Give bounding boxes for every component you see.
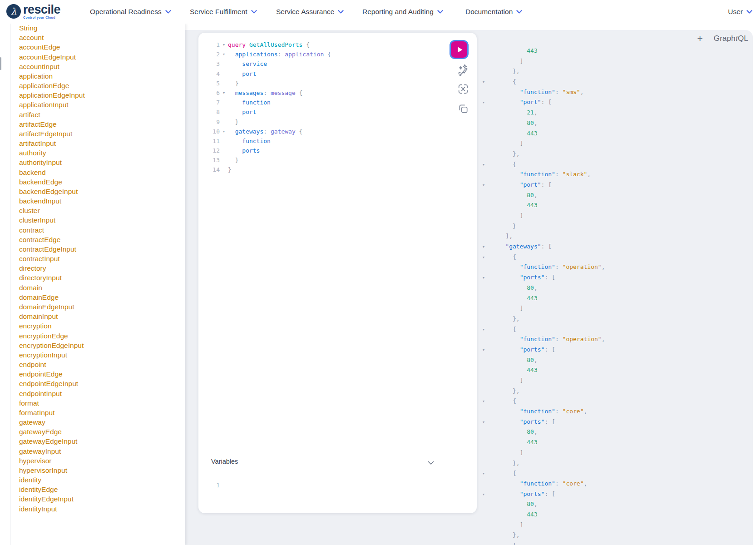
fold-toggle-icon[interactable]: ▾: [483, 345, 484, 356]
variables-line[interactable]: 1: [198, 481, 228, 490]
type-item[interactable]: endpointEdge: [19, 369, 85, 379]
copy-query-button[interactable]: [457, 103, 469, 114]
type-item[interactable]: encryptionEdgeInput: [19, 341, 85, 350]
query-line[interactable]: 2▾ applications: application {: [198, 50, 331, 59]
fold-toggle-icon[interactable]: ▾: [220, 88, 228, 98]
type-item[interactable]: clusterInput: [19, 215, 85, 225]
execute-query-button[interactable]: [450, 40, 469, 59]
nav-item-service-assurance[interactable]: Service Assurance: [276, 0, 344, 24]
fold-toggle-icon[interactable]: ▾: [483, 325, 484, 335]
fold-toggle-icon[interactable]: ▾: [483, 490, 484, 500]
type-item[interactable]: account: [19, 33, 85, 42]
prettify-query-button[interactable]: [455, 63, 469, 77]
type-item[interactable]: contractEdgeInput: [19, 244, 85, 254]
type-item[interactable]: format: [19, 398, 85, 408]
type-item[interactable]: backendEdgeInput: [19, 187, 85, 196]
type-item[interactable]: authorityInput: [19, 158, 85, 167]
type-item[interactable]: artifactEdgeInput: [19, 129, 85, 139]
type-item[interactable]: directory: [19, 263, 85, 273]
fold-toggle-icon[interactable]: ▾: [220, 50, 228, 59]
query-line[interactable]: 1▾query GetAllUsedPorts {: [198, 40, 331, 50]
type-item[interactable]: formatInput: [19, 408, 85, 417]
brand-logo[interactable]: λ rescile Control your Cloud: [6, 3, 60, 19]
type-item[interactable]: encryptionInput: [19, 350, 85, 360]
query-line[interactable]: 10▾ gateways: gateway {: [198, 127, 331, 136]
type-item[interactable]: domainEdge: [19, 292, 85, 302]
fold-toggle-icon[interactable]: ▾: [483, 469, 484, 479]
type-item[interactable]: encryption: [19, 321, 85, 331]
type-item[interactable]: gateway: [19, 417, 85, 427]
type-item[interactable]: accountEdge: [19, 42, 85, 52]
type-item[interactable]: domain: [19, 283, 85, 292]
type-item[interactable]: identityInput: [19, 504, 85, 514]
fold-toggle-icon[interactable]: ▾: [483, 160, 484, 170]
nav-item-user[interactable]: User: [728, 0, 752, 24]
type-item[interactable]: domainInput: [19, 312, 85, 321]
query-line[interactable]: 8 port: [198, 107, 331, 117]
query-line[interactable]: 5 }: [198, 79, 331, 88]
fold-toggle-icon[interactable]: ▾: [483, 417, 484, 428]
type-item[interactable]: hypervisorInput: [19, 466, 85, 475]
query-line[interactable]: 13 }: [198, 155, 331, 165]
type-item[interactable]: directoryInput: [19, 273, 85, 282]
type-item[interactable]: String: [19, 23, 85, 33]
type-item[interactable]: applicationEdgeInput: [19, 90, 85, 100]
type-item[interactable]: backendInput: [19, 196, 85, 206]
query-editor[interactable]: 1▾query GetAllUsedPorts {2▾ applications…: [198, 40, 331, 175]
type-item[interactable]: contract: [19, 225, 85, 235]
nav-item-reporting-and-auditing[interactable]: Reporting and Auditing: [362, 0, 443, 24]
type-item[interactable]: artifactEdge: [19, 119, 85, 129]
nav-item-operational-readiness[interactable]: Operational Readiness: [90, 0, 171, 24]
type-item[interactable]: endpoint: [19, 360, 85, 369]
fold-toggle-icon[interactable]: ▾: [483, 396, 484, 407]
type-item[interactable]: gatewayEdgeInput: [19, 436, 85, 446]
type-item[interactable]: backendEdge: [19, 177, 85, 187]
add-tab-button[interactable]: +: [697, 34, 702, 44]
fold-toggle-icon[interactable]: ▾: [483, 253, 484, 263]
merge-fragments-button[interactable]: [457, 83, 469, 95]
query-line[interactable]: 9 }: [198, 117, 331, 127]
nav-item-documentation[interactable]: Documentation: [465, 0, 522, 24]
variables-editor[interactable]: 1: [198, 481, 228, 490]
type-item[interactable]: gatewayInput: [19, 446, 85, 456]
type-item[interactable]: endpointInput: [19, 389, 85, 398]
type-item[interactable]: identity: [19, 475, 85, 485]
type-item[interactable]: backend: [19, 168, 85, 177]
query-line[interactable]: 4 port: [198, 69, 331, 79]
fold-toggle-icon[interactable]: ▾: [220, 40, 228, 50]
response-pane[interactable]: 443 ] },▾ { "function": "sms",▾ "port": …: [491, 46, 605, 545]
type-item[interactable]: applicationEdge: [19, 81, 85, 90]
type-item[interactable]: encryptionEdge: [19, 331, 85, 341]
sidebar-scrollbar[interactable]: [0, 57, 1, 70]
type-item[interactable]: accountInput: [19, 62, 85, 71]
type-item[interactable]: endpointEdgeInput: [19, 379, 85, 388]
type-item[interactable]: contractInput: [19, 254, 85, 263]
fold-toggle-icon[interactable]: ▾: [483, 273, 484, 283]
fold-toggle-icon[interactable]: ▾: [483, 77, 484, 88]
type-item[interactable]: accountEdgeInput: [19, 52, 85, 62]
type-item[interactable]: domainEdgeInput: [19, 302, 85, 312]
fold-toggle-icon[interactable]: ▾: [483, 180, 484, 191]
nav-item-service-fulfillment[interactable]: Service Fulfillment: [190, 0, 257, 24]
query-line[interactable]: 11 function: [198, 136, 331, 146]
type-item[interactable]: cluster: [19, 206, 85, 215]
fold-toggle-icon[interactable]: ▾: [220, 127, 228, 136]
fold-toggle-icon[interactable]: ▾: [483, 242, 484, 253]
query-line[interactable]: 14}: [198, 165, 331, 174]
type-item[interactable]: artifact: [19, 110, 85, 119]
type-item[interactable]: artifactInput: [19, 139, 85, 148]
type-item[interactable]: applicationInput: [19, 100, 85, 109]
type-item[interactable]: contractEdge: [19, 235, 85, 244]
query-line[interactable]: 6▾ messages: message {: [198, 88, 331, 98]
fold-toggle-icon[interactable]: ▾: [483, 98, 484, 108]
type-item[interactable]: authority: [19, 148, 85, 158]
type-item[interactable]: identityEdge: [19, 485, 85, 494]
type-item[interactable]: gatewayEdge: [19, 427, 85, 436]
query-line[interactable]: 3 service: [198, 59, 331, 69]
type-item[interactable]: identityEdgeInput: [19, 494, 85, 504]
query-line[interactable]: 12 ports: [198, 146, 331, 155]
type-item[interactable]: hypervisor: [19, 456, 85, 466]
fold-toggle-icon[interactable]: ▾: [483, 541, 484, 545]
variables-chevron-down-icon[interactable]: [428, 459, 434, 467]
type-item[interactable]: application: [19, 71, 85, 81]
